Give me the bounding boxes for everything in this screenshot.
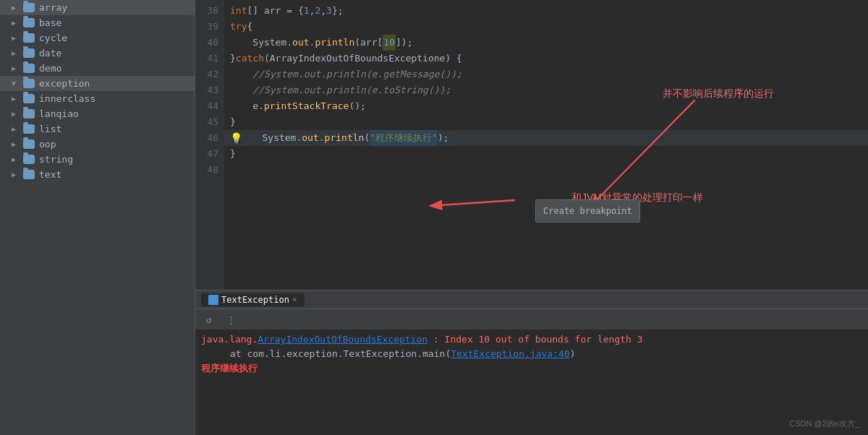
- restart-button[interactable]: ↺: [201, 311, 217, 327]
- line-numbers: 38 39 40 41 42 43 44 45 46 47 48: [195, 0, 224, 290]
- folder-icon: [23, 94, 35, 103]
- arrow-icon: ▶: [12, 155, 19, 163]
- code-line-42: //System.out.println(e.getMessage());: [224, 66, 868, 82]
- folder-icon: [23, 64, 35, 73]
- sidebar-item-lanqiao[interactable]: ▶ lanqiao: [0, 106, 195, 121]
- sidebar-item-label: exception: [39, 78, 90, 89]
- sidebar-item-label: text: [39, 169, 61, 180]
- folder-icon: [23, 18, 35, 27]
- sidebar-item-label: date: [39, 48, 61, 59]
- code-line-40: System.out.println(arr[10]);: [224, 35, 868, 51]
- sidebar-item-innerclass[interactable]: ▶ innerclass: [0, 91, 195, 106]
- bottom-tab-bar: TextException ×: [195, 290, 868, 309]
- folder-icon: [23, 155, 35, 164]
- console-line-1: java.lang.ArrayIndexOutOfBoundsException…: [201, 332, 862, 347]
- code-line-45: }: [224, 114, 868, 130]
- console-toolbar: ↺ ⋮: [195, 309, 868, 330]
- sidebar-item-array[interactable]: ▶ array: [0, 0, 195, 15]
- sidebar-item-label: base: [39, 17, 61, 28]
- folder-icon: [23, 33, 35, 43]
- tab-text-exception[interactable]: TextException ×: [201, 293, 305, 306]
- folder-icon: [23, 48, 35, 58]
- arrow-icon: ▶: [12, 4, 19, 12]
- file-icon: [208, 295, 218, 305]
- code-line-38: int[] arr = {1, 2, 3};: [224, 3, 868, 19]
- annotation-no-affect: 并不影响后续程序的运行: [663, 85, 774, 101]
- code-line-46: 💡 System.out.println("程序继续执行");: [224, 130, 868, 146]
- code-line-39: try {: [224, 19, 868, 35]
- restart-icon: ↺: [206, 314, 212, 325]
- console-line-2: at com.li.exception.TextException.main(T…: [201, 347, 862, 361]
- console-output: java.lang.ArrayIndexOutOfBoundsException…: [195, 330, 868, 435]
- catch-keyword: catch: [236, 51, 264, 66]
- folder-icon: [23, 139, 35, 149]
- sidebar-item-text[interactable]: ▶ text: [0, 167, 195, 182]
- folder-icon: [23, 3, 35, 12]
- code-line-47: }: [224, 146, 868, 162]
- sidebar-item-label: innerclass: [39, 93, 95, 104]
- sidebar-item-label: array: [39, 2, 67, 13]
- bulb-icon: 💡: [230, 130, 242, 146]
- sidebar-item-label: lanqiao: [39, 108, 79, 119]
- more-options-button[interactable]: ⋮: [223, 311, 239, 327]
- sidebar-item-label: string: [39, 154, 73, 165]
- arrow-icon: ▶: [12, 171, 19, 178]
- code-line-48: [224, 162, 868, 178]
- tab-close-button[interactable]: ×: [292, 295, 297, 304]
- folder-icon: [23, 124, 35, 134]
- sidebar: ▶ array ▶ base ▶ cycle ▶ date ▶ demo ▼ e…: [0, 0, 195, 435]
- arrow-icon: ▶: [12, 95, 19, 103]
- arrow-icon: ▶: [12, 125, 19, 133]
- sidebar-item-string[interactable]: ▶ string: [0, 152, 195, 167]
- sidebar-item-base[interactable]: ▶ base: [0, 15, 195, 30]
- breakpoint-popup[interactable]: Create breakpoint: [535, 199, 640, 223]
- arrow-icon: ▶: [12, 140, 19, 148]
- arrow-icon: ▶: [12, 34, 19, 42]
- console-line-3: 程序继续执行: [201, 361, 862, 376]
- code-line-41: } catch (ArrayIndexOutOfBoundsException …: [224, 51, 868, 66]
- sidebar-item-oop[interactable]: ▶ oop: [0, 137, 195, 152]
- folder-icon: [23, 109, 35, 119]
- folder-icon: [23, 170, 35, 179]
- sidebar-item-cycle[interactable]: ▶ cycle: [0, 30, 195, 46]
- sidebar-item-exception[interactable]: ▼ exception: [0, 76, 195, 91]
- svg-line-1: [432, 200, 515, 206]
- sidebar-item-label: list: [39, 124, 61, 134]
- sidebar-item-label: demo: [39, 63, 61, 74]
- more-icon: ⋮: [226, 314, 236, 325]
- folder-icon: [23, 79, 35, 88]
- sidebar-item-date[interactable]: ▶ date: [0, 46, 195, 61]
- code-editor: 38 39 40 41 42 43 44 45 46 47 48 int[]: [195, 0, 868, 290]
- main-area: ▶ array ▶ base ▶ cycle ▶ date ▶ demo ▼ e…: [0, 0, 868, 435]
- sidebar-item-label: oop: [39, 139, 56, 150]
- sidebar-item-list[interactable]: ▶ list: [0, 121, 195, 137]
- sidebar-item-label: cycle: [39, 33, 67, 43]
- arrow-icon: ▼: [12, 79, 19, 87]
- arrow-icon: ▶: [12, 19, 19, 27]
- tab-label: TextException: [221, 295, 289, 305]
- sidebar-item-demo[interactable]: ▶ demo: [0, 61, 195, 76]
- code-content: int[] arr = {1, 2, 3}; try { System.out.…: [224, 0, 868, 290]
- watermark: CSDN @2的n次方_: [789, 418, 859, 429]
- arrow-icon: ▶: [12, 64, 19, 72]
- arrow-icon: ▶: [12, 110, 19, 118]
- arrow-icon: ▶: [12, 49, 19, 57]
- console-area: ↺ ⋮ java.lang.ArrayIndexOutOfBoundsExcep…: [195, 309, 868, 435]
